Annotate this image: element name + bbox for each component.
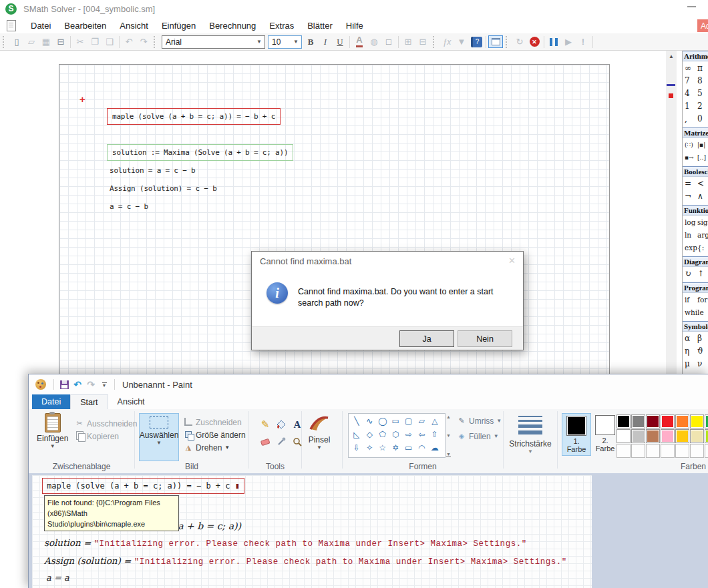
palette-item[interactable]: 8 [697,75,708,87]
formula-solution-def[interactable]: solution := Maxima (Solve (a + b = c; a)… [107,144,293,161]
color2-button[interactable]: 2. Farbe [591,413,619,455]
palette-color-empty[interactable] [661,444,675,458]
paste-button[interactable]: Einfügen ▼ [37,413,68,449]
tab-datei[interactable]: Datei [32,394,70,409]
undo-icon[interactable]: ↶ [122,35,136,49]
palette-item[interactable]: for [697,294,708,306]
font-family-select[interactable]: Arial ▼ [162,35,265,49]
cut-icon[interactable]: ✂ [73,35,87,49]
paste-icon[interactable]: ❑ [102,35,117,49]
size-group[interactable]: Strichstärke ▼ [504,409,557,473]
menu-blaetter[interactable]: Blätter [301,19,339,33]
palette-color-empty[interactable] [646,444,660,458]
shape-item[interactable]: ⇨ [402,428,415,441]
shape-item[interactable]: ╲ [350,414,363,428]
fill-button[interactable]: ◈ Füllen ▼ [456,430,502,443]
undo-icon[interactable]: ↶ [71,378,84,391]
eraser-icon[interactable] [257,433,273,451]
palette-item[interactable]: (∷) [685,139,697,152]
palette-color[interactable] [690,414,704,428]
shape-item[interactable]: ⇧ [428,428,441,441]
shape-item[interactable]: ☁ [428,441,441,455]
play-icon[interactable]: ▶ [561,35,576,49]
crop-button[interactable]: Zuschneiden [183,416,246,428]
palette-color[interactable] [661,429,675,443]
redo-icon[interactable]: ↷ [136,35,151,49]
palette-section-header[interactable]: Boolesche [683,166,708,177]
palette-item[interactable]: 7 [685,75,697,87]
border-icon[interactable]: □ [381,35,396,49]
palette-item[interactable]: ln [685,229,697,242]
save-icon[interactable] [60,380,69,389]
palette-color-empty[interactable] [675,444,689,458]
palette-item[interactable]: ∧ [697,190,708,203]
palette-item[interactable]: [‥] [697,152,708,164]
menu-extras[interactable]: Extras [262,19,301,33]
palette-section-header[interactable]: Arithmetik [683,51,708,61]
tab-ansicht[interactable]: Ansicht [108,394,154,409]
palette-item[interactable]: η [685,345,697,358]
palette-item[interactable]: sign [697,216,708,229]
palette-item[interactable]: π [697,62,708,75]
fill-bucket-icon[interactable] [273,416,289,433]
shape-item[interactable]: ⬠ [376,428,389,441]
palette-section-header[interactable]: Diagramme [683,256,708,267]
palette-item[interactable]: exp [685,242,697,254]
palette-item[interactable]: ▪→ [685,152,697,164]
shape-item[interactable]: ✡ [389,441,403,455]
palette-color-empty[interactable] [616,444,631,458]
palette-item[interactable]: arg [697,229,708,242]
function-insert-icon[interactable]: ƒx [439,35,454,49]
formula-solution-eval[interactable]: solution = a = c − b [110,166,195,175]
qat-dropdown-icon[interactable]: ▼ [102,382,107,387]
filter-icon[interactable]: ▼ [454,35,469,49]
menu-bearbeiten[interactable]: Bearbeiten [57,19,113,33]
palette-item[interactable]: μ [685,358,697,370]
shape-item[interactable]: ▱ [415,414,429,428]
palette-item[interactable]: 1 [685,100,697,113]
palette-item[interactable]: 2 [697,100,708,113]
side-panel-toggle[interactable] [488,35,503,48]
pause-icon[interactable] [550,38,558,46]
palette-section-header[interactable]: Matrizen [683,127,708,138]
open-file-icon[interactable]: ▱ [24,35,39,49]
palette-color[interactable] [646,414,660,428]
font-size-select[interactable]: 10 ▼ [268,35,302,49]
palette-item[interactable]: log [685,216,697,229]
palette-item[interactable]: 4 [685,87,697,100]
copy-icon[interactable]: ❐ [87,35,102,49]
shape-item[interactable]: ◺ [350,428,363,441]
background-color-icon[interactable]: ◍ [367,35,381,49]
formula-maple[interactable]: maple (solve (a + b = c; a)) = − b + c [107,108,281,125]
menu-ansicht[interactable]: Ansicht [113,19,155,33]
scroll-up-icon[interactable]: ▲ [666,51,677,61]
pencil-icon[interactable]: ✎ [257,416,273,433]
palette-section-header[interactable]: Funktionen [683,205,708,216]
palette-item[interactable]: ∞ [685,62,697,75]
palette-item[interactable]: |▪| [697,139,708,152]
new-file-icon[interactable]: ▯ [9,35,24,49]
palette-item[interactable]: ϑ [697,345,708,358]
menu-berechnung[interactable]: Berechnung [202,19,262,33]
interrupt-icon[interactable]: ! [576,35,590,49]
palette-color[interactable] [646,429,660,443]
recalculate-icon[interactable]: ↻ [512,35,527,49]
palette-color-empty[interactable] [690,444,704,458]
palette-item[interactable]: 0 [697,113,708,125]
color-picker-icon[interactable] [273,433,289,451]
bold-button[interactable]: B [303,35,318,49]
shape-item[interactable]: ◠ [415,441,429,455]
palette-item[interactable]: 5 [697,87,708,100]
stop-icon[interactable]: ✕ [530,37,540,47]
palette-color[interactable] [705,414,708,428]
palette-item[interactable]: ↻ [685,268,697,280]
italic-button[interactable]: I [318,35,333,49]
shape-item[interactable]: ▢ [402,414,415,428]
paint-canvas[interactable]: maple (solve (a + b = c; a)) = − b + c ▮… [32,475,592,588]
document-icon[interactable] [7,20,16,31]
palette-color[interactable] [631,429,645,443]
tab-start[interactable]: Start [70,394,108,409]
palette-color[interactable] [675,414,689,428]
palette-item[interactable]: while [685,306,697,319]
shape-item[interactable]: ◯ [376,414,389,428]
